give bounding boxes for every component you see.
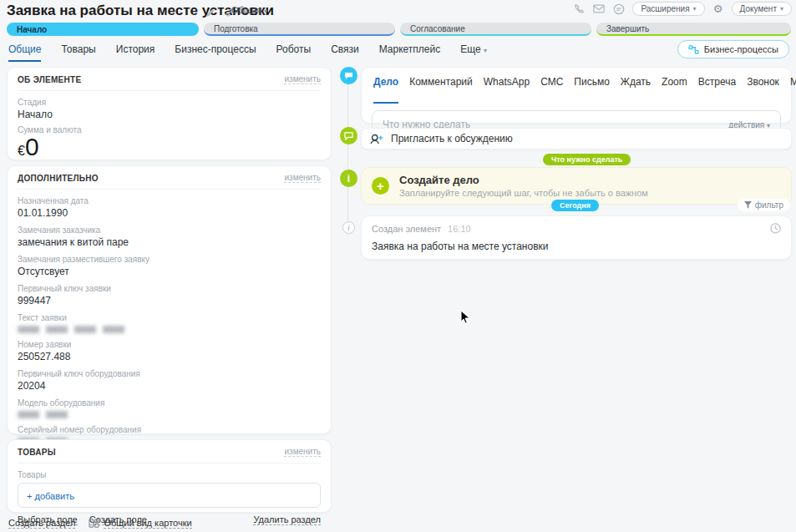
edit-section-link[interactable]: изменить xyxy=(284,447,321,457)
entry-title: Создан элемент xyxy=(372,224,441,234)
field-label: Первичный ключ оборудования xyxy=(18,369,321,378)
document-button[interactable]: Документ ▾ xyxy=(732,2,792,16)
chat-icon[interactable] xyxy=(612,3,626,16)
field-label: Модель оборудования xyxy=(18,398,321,408)
tl-tab-zhdat[interactable]: Ждать xyxy=(621,76,651,104)
field-value[interactable]: Начало xyxy=(18,109,321,120)
field-value[interactable]: 01.01.1990 xyxy=(18,207,321,219)
tab-istoriya[interactable]: История xyxy=(116,43,155,62)
tab-tovary[interactable]: Товары xyxy=(61,43,95,62)
tl-tab-pismo[interactable]: Письмо xyxy=(574,76,610,104)
chevron-down-icon: ▾ xyxy=(264,8,267,15)
field-value[interactable]: 20204 xyxy=(18,380,321,392)
invite-row[interactable]: Пригласить к обсуждению xyxy=(361,128,792,149)
extensions-button[interactable]: Расширения ▾ xyxy=(632,2,704,16)
comment-icon[interactable] xyxy=(340,127,357,144)
entry-time: 16:10 xyxy=(448,224,471,234)
tl-tab-zvonok[interactable]: Звонок xyxy=(747,76,779,104)
create-section-link[interactable]: Создать раздел xyxy=(8,518,75,529)
pipeline-label: Общая xyxy=(231,5,261,15)
mail-icon[interactable] xyxy=(592,3,606,16)
filter-button[interactable]: фильтр xyxy=(738,199,790,211)
field-value[interactable]: Отсутсвует xyxy=(18,266,321,277)
edit-section-link[interactable]: изменить xyxy=(284,74,321,84)
card-view-label: Общий вид карточки xyxy=(104,518,191,529)
plus-icon[interactable]: + xyxy=(372,177,389,195)
chevron-down-icon: ▾ xyxy=(780,5,783,13)
create-deal-subtitle: Запланируйте следующий шаг, чтобы не заб… xyxy=(399,188,648,198)
field-value[interactable]: замечания к витой паре xyxy=(18,236,321,248)
tab-svyazi[interactable]: Связи xyxy=(331,43,359,62)
field-label: Сумма и валюта xyxy=(18,125,321,134)
field-row: Номер заявки 250527.488 xyxy=(18,340,321,362)
timeline-entry: Создан элемент 16:10 Заявка на работы на… xyxy=(361,215,792,260)
section-title: ТОВАРЫ xyxy=(18,448,56,457)
business-processes-button[interactable]: Бизнес-процессы xyxy=(677,40,789,58)
redacted-value xyxy=(18,411,73,418)
tl-tab-whatsapp[interactable]: WhatsApp xyxy=(484,76,530,104)
redacted-value xyxy=(18,326,126,333)
tab-obshchie[interactable]: Общие xyxy=(8,43,41,62)
field-row: Первичный ключ заявки 999447 xyxy=(18,284,321,307)
edit-section-link[interactable]: изменить xyxy=(284,173,321,183)
todo-hint-badge: Что нужно сделать xyxy=(543,154,631,165)
chat-bubble-icon[interactable] xyxy=(340,67,357,84)
activity-composer: Дело Комментарий WhatsApp СМС Письмо Жда… xyxy=(361,67,792,124)
stage-label: Начало xyxy=(17,25,47,34)
field-row: Назначенная дата 01.01.1990 xyxy=(18,196,321,219)
stage-nachalo[interactable]: Начало xyxy=(7,23,199,36)
entry-body: Заявка на работы на месте установки xyxy=(372,241,781,252)
field-row: Замечания заказчика замечания к витой па… xyxy=(18,225,321,248)
field-row: Текст заявки xyxy=(18,313,321,333)
document-label: Документ xyxy=(740,4,777,13)
section-title: ДОПОЛНИТЕЛЬНО xyxy=(18,174,99,183)
tab-roboty[interactable]: Роботы xyxy=(276,43,312,62)
field-row: Стадия Начало xyxy=(18,98,321,120)
add-product-link[interactable]: + добавить xyxy=(27,491,74,501)
field-label: Замечания разместившего заявку xyxy=(18,255,321,264)
tab-more-label: Еще xyxy=(460,43,480,55)
tl-tab-zoom[interactable]: Zoom xyxy=(662,76,687,104)
info-icon[interactable]: i xyxy=(340,170,357,187)
tab-marketplace[interactable]: Маркетплейс xyxy=(379,43,441,62)
field-row: Модель оборудования xyxy=(18,398,321,418)
field-value[interactable]: 250527.488 xyxy=(18,351,321,362)
delete-section-link[interactable]: Удалить раздел xyxy=(253,514,321,525)
today-badge: Сегодня xyxy=(551,200,599,211)
extensions-label: Расширения xyxy=(641,4,689,13)
tl-tab-sms[interactable]: СМС xyxy=(540,76,563,104)
gear-icon[interactable]: ⚙ xyxy=(712,3,725,16)
edit-title-icon[interactable] xyxy=(203,6,216,19)
stage-soglasovanie[interactable]: Согласование xyxy=(400,23,591,36)
stage-label: Завершить xyxy=(606,24,649,33)
field-label: Текст заявки xyxy=(18,313,321,322)
clock-icon[interactable] xyxy=(770,223,781,234)
stage-podgotovka[interactable]: Подготовка xyxy=(204,23,395,36)
field-row: Товары + добавить xyxy=(18,470,321,508)
tl-tab-kommentarij[interactable]: Комментарий xyxy=(409,76,473,104)
field-row: Замечания разместившего заявку Отсутсвуе… xyxy=(18,255,321,277)
create-deal-title: Создайте дело xyxy=(399,174,648,186)
field-value[interactable]: 999447 xyxy=(18,295,321,307)
tl-tab-marketplace[interactable]: Маркетплейс xyxy=(790,76,796,104)
card-view-link[interactable]: Общий вид карточки xyxy=(89,518,191,529)
pipeline-selector[interactable]: Общая ▾ xyxy=(231,5,267,15)
chevron-down-icon: ▾ xyxy=(693,5,697,13)
amount-number: 0 xyxy=(25,133,39,160)
add-person-icon xyxy=(370,134,383,144)
stage-label: Согласование xyxy=(410,24,465,33)
timeline-line xyxy=(347,84,348,227)
products-box: + добавить xyxy=(18,483,321,508)
stage-zavershit[interactable]: Завершить xyxy=(596,23,791,36)
currency-symbol: € xyxy=(18,144,25,158)
invite-label: Пригласить к обсуждению xyxy=(391,133,513,144)
log-info-icon: i xyxy=(342,221,355,234)
additional-section: ДОПОЛНИТЕЛЬНО изменить Назначенная дата … xyxy=(7,165,332,434)
amount-value[interactable]: €0 xyxy=(18,134,321,164)
tab-biznes-processy[interactable]: Бизнес-процессы xyxy=(175,43,256,62)
tab-more[interactable]: Еще ▾ xyxy=(460,43,487,62)
tl-tab-vstrecha[interactable]: Встреча xyxy=(698,76,736,104)
phone-icon[interactable] xyxy=(572,3,586,16)
field-label: Товары xyxy=(18,470,321,479)
tl-tab-delo[interactable]: Дело xyxy=(373,76,398,104)
